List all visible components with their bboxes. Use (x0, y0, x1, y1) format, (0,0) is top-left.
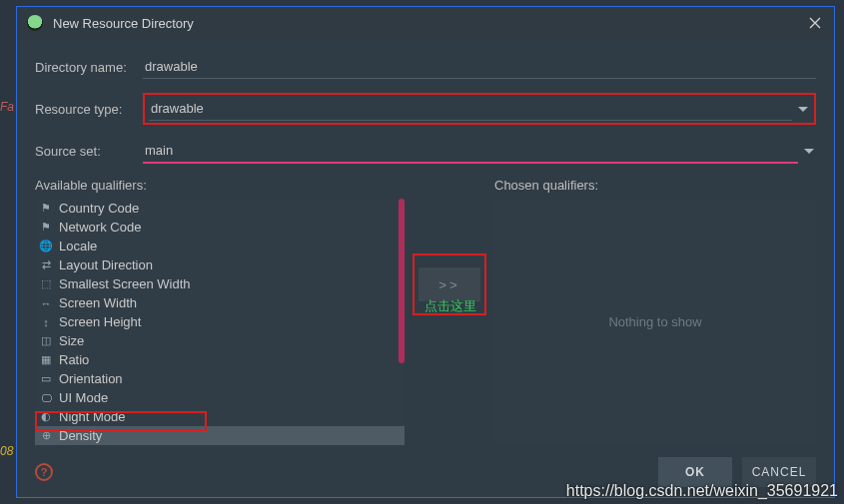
source-set-select[interactable] (143, 139, 816, 164)
list-item[interactable]: ◫Size (35, 331, 405, 350)
list-item-label: Screen Width (59, 295, 137, 310)
available-qualifiers-header: Available qualifiers: (35, 178, 405, 193)
density-highlight (35, 411, 207, 431)
screen-height-icon: ↕ (39, 315, 53, 329)
list-item[interactable]: ⚑Country Code (35, 199, 405, 218)
screen-width-icon: ↔ (39, 296, 53, 310)
list-item-label: Smallest Screen Width (59, 276, 191, 291)
ratio-icon: ▦ (39, 353, 53, 367)
list-item-label: Orientation (59, 371, 123, 386)
smallest-width-icon: ⬚ (39, 277, 53, 291)
orientation-icon: ▭ (39, 372, 53, 386)
click-hint: 点击这里 (424, 297, 476, 315)
locale-icon: 🌐 (39, 240, 53, 253)
side-text: 08 (0, 444, 13, 458)
available-qualifiers-list[interactable]: ⚑Country Code⚑Network Code🌐Locale⇄Layout… (35, 199, 405, 445)
list-item-label: Locale (59, 239, 97, 253)
chosen-qualifiers-box: Nothing to show (494, 199, 816, 445)
help-icon[interactable]: ? (35, 463, 53, 481)
resource-type-select[interactable] (149, 97, 810, 121)
android-studio-icon (27, 15, 43, 31)
resource-type-label: Resource type: (35, 102, 143, 117)
row-source-set: Source set: (35, 139, 816, 164)
list-item-label: Size (59, 333, 84, 348)
list-item[interactable]: 🌐Locale (35, 237, 405, 255)
source-set-label: Source set: (35, 144, 143, 159)
list-item[interactable]: ▭Orientation (35, 369, 405, 388)
footer: ? OK CANCEL (35, 457, 816, 487)
ui-mode-icon: 🖵 (39, 391, 53, 405)
list-item-label: Layout Direction (59, 257, 153, 272)
directory-name-label: Directory name: (35, 60, 143, 75)
list-item[interactable]: ⇄Layout Direction (35, 255, 405, 274)
list-item-label: Ratio (59, 352, 89, 367)
chevron-down-icon (798, 107, 808, 112)
ok-button[interactable]: OK (658, 457, 732, 487)
titlebar: New Resource Directory (17, 7, 834, 39)
source-set-value[interactable] (143, 139, 798, 164)
list-item-label: Country Code (59, 201, 139, 216)
row-resource-type: Resource type: (35, 93, 816, 125)
resource-type-value[interactable] (149, 97, 792, 121)
list-item[interactable]: ↕Screen Height (35, 312, 405, 331)
cancel-button[interactable]: CANCEL (742, 457, 816, 487)
list-item-label: Network Code (59, 220, 141, 235)
country-code-icon: ⚑ (39, 202, 53, 216)
list-item[interactable]: ⚑Network Code (35, 218, 405, 237)
chevron-down-icon (804, 149, 814, 154)
list-item-label: UI Mode (59, 390, 108, 405)
layout-direction-icon: ⇄ (39, 258, 53, 272)
chosen-qualifiers-header: Chosen qualifiers: (494, 178, 816, 193)
nothing-to-show: Nothing to show (608, 314, 701, 329)
network-code-icon: ⚑ (39, 221, 53, 235)
form: Directory name: Resource type: Source se… (17, 39, 834, 164)
close-icon[interactable] (806, 14, 824, 32)
dialog-window: New Resource Directory Directory name: R… (16, 6, 835, 498)
list-item[interactable]: 🖵UI Mode (35, 388, 405, 407)
side-text: Fa (0, 100, 14, 114)
list-item[interactable]: ↔Screen Width (35, 293, 405, 312)
dialog-title: New Resource Directory (53, 16, 806, 31)
list-item[interactable]: ▦Ratio (35, 350, 405, 369)
list-item-label: Screen Height (59, 314, 141, 329)
qualifiers-area: Available qualifiers: ⚑Country Code⚑Netw… (35, 178, 816, 445)
list-item[interactable]: ⬚Smallest Screen Width (35, 274, 405, 293)
row-directory-name: Directory name: (35, 55, 816, 79)
directory-name-input[interactable] (143, 55, 816, 79)
size-icon: ◫ (39, 334, 53, 348)
